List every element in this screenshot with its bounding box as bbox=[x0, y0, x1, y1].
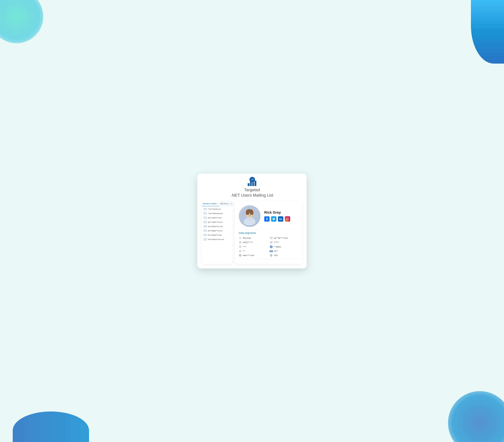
svg-point-33 bbox=[240, 246, 241, 247]
email-address: emi**on@reu**ers.com bbox=[208, 239, 224, 240]
email-address: tho**as@da**il.com bbox=[208, 234, 222, 236]
header-area: Targeted .NET Users Mailing List bbox=[202, 178, 302, 198]
data-segments-title: Data segments bbox=[239, 231, 298, 234]
avatar-ring bbox=[239, 205, 260, 227]
profile-top: Rick Gray bbox=[239, 205, 298, 227]
svg-point-34 bbox=[239, 250, 240, 251]
data-row-website: www.****.com bbox=[239, 254, 267, 257]
svg-point-15 bbox=[251, 211, 253, 215]
list-item[interactable]: emi**on@reu**ers.com bbox=[202, 237, 233, 242]
data-row-email: rgr***@*****.com bbox=[270, 237, 298, 239]
svg-point-22 bbox=[288, 218, 288, 218]
logo-icon bbox=[248, 178, 256, 186]
facebook-icon[interactable] bbox=[264, 216, 270, 222]
data-row-phone: (432)***-**** bbox=[239, 241, 267, 244]
dollar-badge: $ bbox=[270, 246, 273, 248]
person-icon bbox=[239, 237, 242, 239]
country-icon bbox=[270, 254, 273, 257]
location-value: ***** bbox=[243, 246, 246, 248]
location-icon bbox=[239, 246, 242, 248]
mail-icon bbox=[204, 234, 206, 236]
email-address: geo**sn@bc**el.com bbox=[208, 221, 222, 223]
list-item[interactable]: sha**on@ro**t.com bbox=[202, 216, 233, 220]
filter-tabs: RECENTLY ADDED ▾ JOB TITLE ▾ COMPANY ▾ bbox=[202, 201, 233, 206]
email-address: ***ne***@ods.com bbox=[208, 208, 221, 210]
chevron-down-icon: ▾ bbox=[229, 203, 229, 204]
email-value: rgr***@*****.com bbox=[274, 237, 288, 239]
email-address: mat**kl@me**kc.com bbox=[208, 226, 223, 227]
zip-icon: ZIP bbox=[270, 250, 273, 252]
bottom-divider bbox=[239, 259, 298, 259]
profile-name: Rick Gray bbox=[264, 211, 298, 214]
tab-company[interactable]: COMPANY ▾ bbox=[230, 201, 233, 206]
data-row-country: USA bbox=[270, 254, 298, 257]
logo-circle bbox=[250, 177, 255, 182]
tab-job-title[interactable]: JOB TITLE ▾ bbox=[219, 201, 230, 206]
mail-icon bbox=[204, 212, 206, 214]
chart-up-icon bbox=[251, 178, 254, 181]
employees-icon bbox=[239, 250, 242, 252]
data-row-id: ******* bbox=[270, 241, 298, 244]
mail-icon bbox=[204, 217, 206, 219]
main-card: Targeted .NET Users Mailing List RECENTL… bbox=[197, 174, 307, 268]
email-list: ***ne***@ods.com ***yer**@incorta.com sh… bbox=[202, 206, 233, 242]
tab-recently-added[interactable]: RECENTLY ADDED ▾ bbox=[202, 201, 219, 206]
country-value: USA bbox=[274, 254, 278, 256]
email-icon bbox=[270, 237, 273, 239]
email-list-panel: RECENTLY ADDED ▾ JOB TITLE ▾ COMPANY ▾ bbox=[202, 201, 233, 264]
email-address: da**mh@jk**rm.com bbox=[208, 230, 222, 232]
linkedin-icon[interactable] bbox=[278, 216, 283, 222]
svg-point-1 bbox=[253, 179, 254, 179]
zip-badge: ZIP bbox=[270, 250, 273, 252]
list-item[interactable]: da**mh@jk**rm.com bbox=[202, 229, 233, 233]
email-address: sha**on@ro**t.com bbox=[208, 217, 221, 219]
instagram-icon[interactable] bbox=[285, 216, 290, 222]
chevron-down-icon: ▾ bbox=[217, 203, 218, 204]
social-icons bbox=[264, 216, 298, 222]
bar4 bbox=[254, 181, 256, 186]
bar1 bbox=[248, 183, 250, 186]
profile-info: Rick Gray bbox=[264, 211, 298, 222]
svg-point-14 bbox=[246, 211, 248, 215]
dollar-icon: $ bbox=[270, 246, 273, 248]
avatar bbox=[240, 207, 259, 226]
list-item[interactable]: geo**sn@bc**el.com bbox=[202, 220, 233, 224]
data-row-zip: ZIP 79*** bbox=[270, 250, 298, 252]
data-row-name: Rick Gray bbox=[239, 237, 267, 239]
phone-icon bbox=[239, 241, 242, 244]
website-value: www.****.com bbox=[243, 254, 254, 256]
id-badge-icon bbox=[270, 241, 273, 244]
svg-point-16 bbox=[248, 213, 249, 215]
data-row-employees: *** bbox=[239, 250, 267, 252]
data-row-location: ***** bbox=[239, 246, 267, 248]
employees-value: *** bbox=[243, 250, 245, 252]
mail-icon bbox=[204, 221, 206, 223]
svg-point-19 bbox=[279, 218, 280, 218]
data-grid: Rick Gray rgr***@*****.com bbox=[239, 237, 298, 257]
website-icon bbox=[239, 254, 242, 257]
zip-value: 79*** bbox=[274, 250, 278, 252]
svg-rect-18 bbox=[279, 219, 280, 220]
page-title: Targeted .NET Users Mailing List bbox=[231, 187, 273, 198]
revenue-value: ** Million bbox=[274, 246, 281, 248]
email-address: ***yer**@incorta.com bbox=[208, 212, 223, 214]
mail-icon bbox=[204, 226, 206, 228]
list-item[interactable]: mat**kl@me**kc.com bbox=[202, 224, 233, 229]
bar3 bbox=[252, 182, 254, 186]
svg-point-17 bbox=[250, 213, 251, 215]
name-value: Rick Gray bbox=[243, 237, 251, 239]
list-item[interactable]: tho**as@da**il.com bbox=[202, 233, 233, 237]
svg-point-21 bbox=[287, 218, 288, 219]
mail-icon bbox=[204, 230, 206, 232]
list-item[interactable]: ***ne***@ods.com bbox=[202, 207, 233, 211]
svg-point-23 bbox=[240, 237, 241, 238]
mail-icon bbox=[204, 208, 206, 210]
list-item[interactable]: ***yer**@incorta.com bbox=[202, 211, 233, 216]
profile-card: Rick Gray bbox=[235, 201, 302, 264]
svg-rect-20 bbox=[286, 218, 289, 220]
id-value: ******* bbox=[274, 241, 279, 243]
mail-icon bbox=[204, 238, 206, 240]
data-row-revenue: $ ** Million bbox=[270, 246, 298, 248]
twitter-icon[interactable] bbox=[271, 216, 276, 222]
person-photo bbox=[240, 207, 259, 226]
